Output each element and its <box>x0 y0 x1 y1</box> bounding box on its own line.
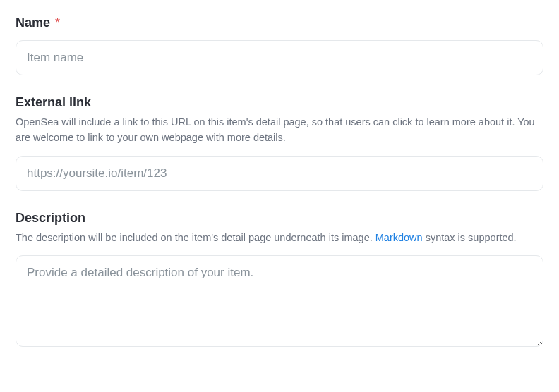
external-link-help-text: OpenSea will include a link to this URL … <box>16 114 543 146</box>
external-link-label: External link <box>16 95 543 110</box>
description-help-after: syntax is supported. <box>423 232 517 243</box>
description-help-before: The description will be included on the … <box>16 232 375 243</box>
name-label: Name * <box>16 16 543 30</box>
description-help-text: The description will be included on the … <box>16 230 543 245</box>
description-label: Description <box>16 211 543 226</box>
external-link-section: External link OpenSea will include a lin… <box>16 95 543 191</box>
description-textarea[interactable] <box>16 255 543 347</box>
required-indicator: * <box>55 16 60 30</box>
external-link-input[interactable] <box>16 156 543 191</box>
name-input[interactable] <box>16 40 543 75</box>
markdown-link[interactable]: Markdown <box>375 232 423 243</box>
name-section: Name * <box>16 16 543 75</box>
description-section: Description The description will be incl… <box>16 211 543 350</box>
name-label-text: Name <box>16 16 50 30</box>
